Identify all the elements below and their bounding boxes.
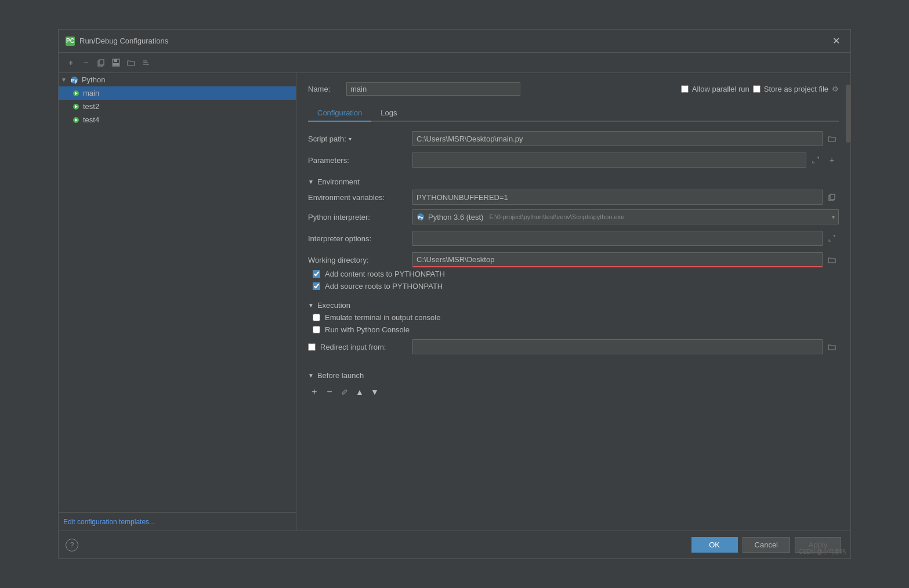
run-debug-dialog: PC Run/Debug Configurations ✕ + − (58, 29, 851, 559)
tree-item-test4[interactable]: test4 (59, 113, 296, 126)
before-launch-remove-button[interactable]: − (323, 386, 336, 398)
tree-item-main-label: main (83, 89, 99, 97)
parameters-input[interactable] (412, 153, 806, 168)
run-python-console-checkbox[interactable] (313, 326, 320, 333)
before-launch-down-button[interactable]: ▼ (368, 386, 381, 398)
folder-icon (127, 59, 135, 67)
gear-icon[interactable]: ⚙ (832, 85, 839, 93)
dialog-footer: OK Cancel Apply (59, 531, 850, 558)
run-config-icon-main (73, 90, 79, 97)
folder-config-button[interactable] (125, 56, 137, 69)
tree-item-test2[interactable]: test2 (59, 100, 296, 113)
store-project-item: Store as project file (753, 85, 828, 93)
add-content-roots-row: Add content roots to PYTHONPATH (308, 270, 839, 278)
parameters-row: Parameters: + (308, 151, 839, 169)
edit-icon (341, 389, 348, 395)
run-config-icon-test4 (73, 117, 79, 124)
script-path-dropdown-icon[interactable]: ▾ (349, 136, 352, 142)
before-launch-section: ▼ Before launch + − ▲ ▼ (308, 368, 839, 398)
help-button[interactable]: ? (66, 539, 78, 551)
copy-config-button[interactable] (95, 56, 107, 69)
scrollbar-thumb[interactable] (846, 85, 850, 143)
environment-section-header[interactable]: ▼ Environment (308, 174, 839, 190)
folder-open-icon (828, 135, 836, 142)
redirect-input-label: Redirect input from: (320, 343, 386, 351)
tab-logs[interactable]: Logs (371, 105, 406, 122)
environment-section-label: Environment (317, 177, 360, 186)
store-project-checkbox[interactable] (753, 85, 760, 93)
environment-collapse-icon: ▼ (308, 179, 314, 185)
working-dir-folder-button[interactable] (825, 253, 839, 267)
env-vars-row: Environment variables: (308, 190, 839, 205)
before-launch-edit-button[interactable] (338, 386, 351, 398)
interpreter-select-inner: Py Python 3.6 (test) E:\0-project\python… (417, 213, 624, 222)
svg-rect-3 (114, 59, 117, 62)
allow-parallel-item: Allow parallel run (681, 85, 749, 93)
ok-button[interactable]: OK (691, 537, 738, 553)
python-interpreter-icon: Py (417, 213, 425, 221)
interpreter-select-wrap: Py Python 3.6 (test) E:\0-project\python… (412, 209, 839, 224)
redirect-input-checkbox[interactable] (308, 343, 316, 351)
run-python-console-label: Run with Python Console (325, 325, 410, 334)
python-group-icon: Py (70, 76, 78, 84)
redirect-input-row: Redirect input from: (308, 337, 839, 356)
sort-icon (142, 59, 150, 67)
dialog-title: Run/Debug Configurations (79, 37, 168, 45)
env-vars-label: Environment variables: (308, 193, 412, 202)
redirect-input-folder-button[interactable] (825, 340, 839, 354)
allow-parallel-checkbox[interactable] (681, 85, 689, 93)
tree-item-main[interactable]: main (59, 86, 296, 100)
parameters-add-button[interactable]: + (825, 153, 839, 167)
env-vars-copy-button[interactable] (825, 190, 839, 204)
before-launch-add-button[interactable]: + (308, 386, 321, 398)
title-bar: PC Run/Debug Configurations ✕ (59, 30, 850, 53)
store-project-label: Store as project file (764, 85, 828, 93)
redirect-input-wrap (412, 339, 839, 354)
execution-collapse-icon: ▼ (308, 302, 314, 308)
name-row: Name: Allow parallel run Store as projec… (308, 82, 839, 96)
title-bar-left: PC Run/Debug Configurations (66, 37, 168, 46)
env-vars-input[interactable] (412, 190, 823, 205)
name-input[interactable] (346, 82, 520, 96)
watermark: CSDN @小可爱吗 (799, 548, 846, 556)
emulate-terminal-checkbox[interactable] (313, 314, 320, 321)
execution-section-header[interactable]: ▼ Execution (308, 297, 839, 313)
save-icon (112, 59, 120, 67)
close-button[interactable]: ✕ (829, 34, 843, 48)
save-config-button[interactable] (110, 56, 122, 69)
tabs: Configuration Logs (308, 105, 839, 122)
edit-templates-link[interactable]: Edit configuration templates... (63, 518, 155, 526)
python-group[interactable]: ▼ Py Python (59, 73, 296, 86)
interpreter-dropdown[interactable]: Py Python 3.6 (test) E:\0-project\python… (412, 209, 839, 224)
config-form: Script path: ▾ Parameters: (308, 131, 839, 398)
tab-configuration[interactable]: Configuration (308, 105, 371, 122)
interpreter-name: Python 3.6 (test) (428, 213, 483, 222)
add-content-roots-checkbox[interactable] (313, 270, 320, 278)
working-dir-input[interactable] (412, 252, 823, 267)
emulate-terminal-label: Emulate terminal in output console (325, 313, 440, 322)
left-panel: ▼ Py Python main (59, 73, 296, 531)
pycharm-icon: PC (66, 37, 75, 46)
interpreter-options-expand-button[interactable] (825, 231, 839, 245)
name-label: Name: (308, 85, 337, 93)
parameters-expand-button[interactable] (809, 153, 823, 167)
emulate-terminal-row: Emulate terminal in output console (308, 313, 839, 322)
script-path-folder-button[interactable] (825, 132, 839, 146)
cancel-button[interactable]: Cancel (743, 537, 790, 553)
before-launch-header[interactable]: ▼ Before launch (308, 368, 839, 383)
sort-config-button[interactable] (140, 56, 153, 69)
before-launch-up-button[interactable]: ▲ (353, 386, 366, 398)
redirect-input-field[interactable] (412, 339, 823, 354)
remove-config-button[interactable]: − (79, 56, 92, 69)
add-source-roots-checkbox[interactable] (313, 282, 320, 290)
script-path-input-wrap (412, 131, 839, 146)
add-config-button[interactable]: + (64, 56, 77, 69)
interpreter-options-input[interactable] (412, 231, 823, 246)
working-dir-folder-icon (828, 256, 836, 263)
env-vars-input-wrap (412, 190, 839, 205)
interpreter-options-input-wrap (412, 231, 839, 246)
tree-item-test4-label: test4 (83, 115, 99, 124)
right-panel: Name: Allow parallel run Store as projec… (296, 73, 850, 531)
script-path-input[interactable] (412, 131, 823, 146)
parameters-input-wrap: + (412, 153, 839, 168)
